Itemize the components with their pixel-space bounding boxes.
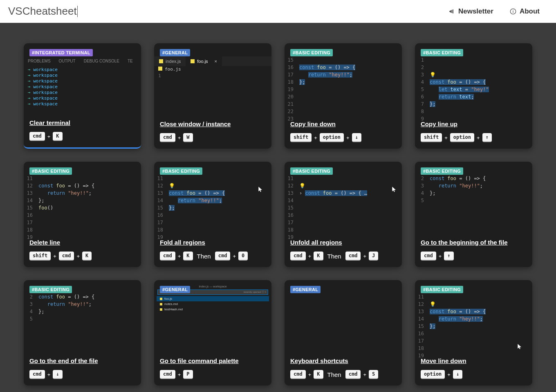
plus-text: +	[444, 135, 448, 141]
about-link[interactable]: About	[510, 7, 540, 16]
terminal-tab[interactable]: PROBLEMS	[28, 59, 51, 63]
key-cmd: cmd	[29, 370, 45, 379]
category-tag[interactable]: #BASIC EDITING	[421, 167, 463, 175]
terminal-tab[interactable]: DEBUG CONSOLE	[84, 59, 119, 63]
card-footer: Close window / instance cmd+W	[154, 120, 271, 149]
card-title[interactable]: Go to file command palette	[160, 357, 266, 364]
plus-text: +	[178, 253, 181, 259]
editor-tab[interactable]: index.js	[154, 56, 186, 66]
terminal-tab[interactable]: TE	[128, 59, 133, 63]
category-tag[interactable]: #BASIC EDITING	[421, 286, 463, 293]
shortcut-card[interactable]: #BASIC EDITING 1011121314151617181920212…	[415, 280, 532, 385]
category-tag[interactable]: #BASIC EDITING	[421, 49, 463, 56]
card-preview: #GENERAL	[285, 280, 402, 357]
card-title[interactable]: Go to the beginning of the file	[421, 239, 527, 246]
card-title[interactable]: Copy line down	[290, 120, 396, 127]
code-preview: 10111213141516171819202122💡const foo = (…	[415, 286, 532, 357]
key-cmd: cmd	[345, 370, 361, 379]
code-preview: 1011121314151617181920212223const foo = …	[24, 167, 141, 239]
plus-text: +	[439, 253, 442, 259]
key-K: K	[314, 252, 323, 261]
category-tag[interactable]: #GENERAL	[160, 49, 190, 56]
code-preview: 0123456789💡const foo = () => { let text …	[415, 49, 532, 120]
palette-item[interactable]: testHash.md	[157, 307, 269, 312]
key-↓: ↓	[53, 370, 62, 379]
card-preview: #BASIC EDITING 12345const foo = () => { …	[24, 280, 141, 357]
key-combo: option+↓	[421, 370, 527, 379]
line-gutter: 1011121314151617181920212223	[24, 167, 35, 239]
palette-item[interactable]: foo.js	[157, 296, 269, 301]
plus-text: +	[363, 372, 366, 378]
key-K: K	[183, 252, 193, 261]
card-title[interactable]: Keyboard shortcuts	[290, 357, 396, 364]
key-combo: cmd+KThencmd+S	[290, 370, 396, 379]
key-combo: shift+option+↓	[290, 133, 396, 142]
close-icon[interactable]: ×	[215, 59, 217, 64]
shortcut-card[interactable]: #BASIC EDITING 12345const foo = () => { …	[24, 280, 141, 385]
then-text: Then	[197, 253, 211, 260]
key-↓: ↓	[352, 133, 361, 142]
shortcut-card[interactable]: #GENERAL Keyboard shortcuts cmd+KThencmd…	[285, 280, 402, 385]
key-combo: shift+option+↑	[421, 133, 527, 142]
key-cmd: cmd	[421, 252, 436, 261]
newsletter-link[interactable]: Newsletter	[448, 7, 493, 16]
key-K: K	[82, 252, 92, 261]
shortcut-card[interactable]: #BASIC EDITING 1011121314151617181920212…	[154, 162, 271, 267]
card-title[interactable]: Clear terminal	[29, 119, 135, 126]
shortcut-card[interactable]: #BASIC EDITING 12345const foo = () => { …	[415, 162, 532, 267]
category-tag[interactable]: #BASIC EDITING	[290, 49, 333, 56]
key-K: K	[314, 370, 323, 379]
site-logo[interactable]: VSCheatsheet	[8, 5, 77, 18]
category-tag[interactable]: #GENERAL	[290, 286, 321, 293]
card-title[interactable]: Delete line	[29, 239, 135, 246]
shortcut-card[interactable]: #INTEGRATED TERMINAL PROBLEMSOUTPUTDEBUG…	[24, 43, 141, 149]
file-icon	[160, 308, 162, 311]
category-tag[interactable]: #BASIC EDITING	[29, 286, 72, 293]
card-footer: Go to the beginning of the file cmd+↑	[415, 239, 532, 267]
key-W: W	[183, 133, 193, 142]
card-title[interactable]: Close window / instance	[160, 120, 266, 127]
card-footer: Go to file command palette cmd+P	[154, 357, 271, 385]
key-K: K	[53, 132, 62, 141]
info-icon	[510, 8, 516, 15]
card-title[interactable]: Copy line up	[421, 120, 527, 127]
card-title[interactable]: Fold all regions	[160, 239, 266, 246]
terminal-tab[interactable]: OUTPUT	[59, 59, 76, 63]
key-P: P	[183, 370, 193, 379]
key-0: 0	[238, 252, 248, 261]
code-preview: 1011121314151617181920212223💡const foo =…	[154, 167, 271, 239]
category-tag[interactable]: #BASIC EDITING	[290, 167, 333, 175]
key-shift: shift	[421, 133, 442, 142]
shortcut-card[interactable]: #BASIC EDITING 1011121314151617181920212…	[24, 162, 141, 267]
category-tag[interactable]: #BASIC EDITING	[160, 167, 202, 175]
plus-text: +	[314, 135, 317, 141]
palette-item[interactable]: notes.md	[157, 301, 269, 307]
key-cmd: cmd	[290, 252, 306, 261]
category-tag[interactable]: #BASIC EDITING	[29, 167, 72, 175]
svg-rect-1	[513, 11, 513, 13]
shortcut-card[interactable]: #BASIC EDITING 1415161718192021222324252…	[285, 43, 402, 149]
key-option: option	[450, 133, 474, 142]
card-footer: Unfold all regions cmd+KThencmd+J	[285, 239, 402, 267]
card-title[interactable]: Move line down	[421, 357, 527, 364]
key-combo: cmd+↓	[29, 370, 135, 379]
card-preview: #BASIC EDITING 0123456789💡const foo = ()…	[415, 43, 532, 120]
shortcut-card[interactable]: #BASIC EDITING 1011121314151617181920212…	[285, 162, 402, 267]
card-footer: Go to the end of the file cmd+↓	[24, 357, 141, 385]
key-cmd: cmd	[160, 252, 175, 261]
key-S: S	[369, 370, 378, 379]
shortcut-card[interactable]: #BASIC EDITING 0123456789💡const foo = ()…	[415, 43, 532, 149]
card-footer: Copy line down shift+option+↓	[285, 120, 402, 149]
card-title[interactable]: Go to the end of the file	[29, 357, 135, 364]
editor-tab[interactable]: foo.js×	[186, 56, 222, 66]
category-tag[interactable]: #INTEGRATED TERMINAL	[29, 49, 93, 56]
category-tag[interactable]: #GENERAL	[160, 286, 190, 293]
card-title[interactable]: Unfold all regions	[290, 239, 396, 246]
code-src: 💡› const foo = () => { …	[296, 167, 402, 239]
cursor-icon	[517, 343, 522, 349]
shortcut-card[interactable]: #GENERAL index.js — workspace recently o…	[154, 280, 271, 385]
card-preview: #INTEGRATED TERMINAL PROBLEMSOUTPUTDEBUG…	[24, 43, 141, 119]
editor-tabs: index.js foo.js×	[154, 56, 271, 66]
file-icon	[160, 298, 162, 300]
shortcut-card[interactable]: #GENERAL index.js foo.js× foo.js 1 Close…	[154, 43, 271, 149]
